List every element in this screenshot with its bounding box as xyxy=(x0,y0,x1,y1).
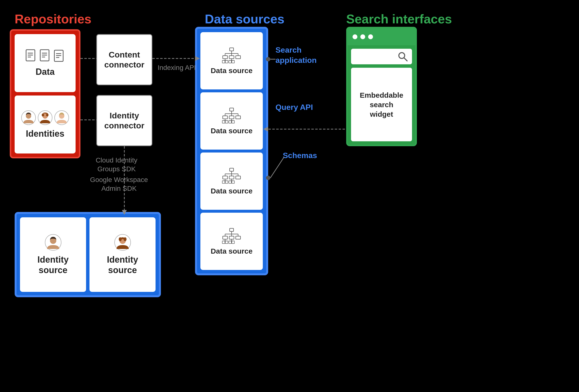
data-source-label-3: Data source xyxy=(211,187,253,195)
svg-rect-66 xyxy=(225,181,228,184)
diagram-container: Repositories Data sources Search interfa… xyxy=(0,0,579,392)
identity-connector-box: Identityconnector xyxy=(96,95,152,146)
doc-icon-2 xyxy=(39,49,51,63)
search-top-bar xyxy=(348,28,415,45)
identity-source-label-1: Identitysource xyxy=(37,254,69,275)
svg-rect-62 xyxy=(236,176,241,179)
window-dot-2 xyxy=(360,34,365,39)
svg-line-89 xyxy=(404,58,407,61)
svg-line-107 xyxy=(270,157,284,178)
content-connector-label: Contentconnector xyxy=(104,50,144,70)
identity-source-1: Identitysource xyxy=(20,217,86,292)
identity-icons xyxy=(21,110,69,125)
svg-rect-43 xyxy=(223,116,228,119)
svg-rect-54 xyxy=(230,168,233,171)
svg-rect-71 xyxy=(230,228,233,231)
svg-rect-45 xyxy=(236,116,241,119)
svg-rect-35 xyxy=(229,61,231,63)
svg-rect-53 xyxy=(232,121,234,123)
svg-rect-49 xyxy=(225,121,228,123)
tree-icon-2 xyxy=(222,107,241,124)
identity-source-avatar-2 xyxy=(114,234,131,251)
tree-icon-1 xyxy=(222,47,241,64)
svg-rect-52 xyxy=(229,121,231,123)
svg-rect-27 xyxy=(229,56,234,59)
svg-rect-69 xyxy=(229,181,231,184)
title-repositories: Repositories xyxy=(15,12,91,26)
svg-rect-20 xyxy=(230,48,233,51)
avatar-1 xyxy=(21,110,36,125)
doc-icon-3 xyxy=(53,49,65,63)
query-api-label: Query API xyxy=(276,102,314,113)
search-icon xyxy=(397,51,408,62)
data-source-label-4: Data source xyxy=(211,247,253,255)
svg-rect-37 xyxy=(230,108,233,111)
svg-point-17 xyxy=(46,114,49,117)
data-label: Data xyxy=(36,67,55,77)
identity-source-avatar-1 xyxy=(45,234,62,251)
data-source-label-1: Data source xyxy=(211,66,253,75)
svg-rect-32 xyxy=(225,61,228,63)
tree-icon-4 xyxy=(222,228,241,245)
svg-rect-86 xyxy=(229,241,231,244)
doc-icon-1 xyxy=(26,49,37,63)
data-source-1: Data source xyxy=(200,32,263,89)
svg-rect-36 xyxy=(232,61,234,63)
svg-rect-61 xyxy=(229,176,234,179)
svg-rect-65 xyxy=(222,181,225,184)
data-source-2: Data source xyxy=(200,92,263,150)
tree-icon-3 xyxy=(222,167,241,185)
search-interfaces-box: Embeddablesearchwidget xyxy=(346,27,417,146)
data-source-3: Data source xyxy=(200,152,263,210)
google-workspace-label: Google Workspace Admin SDK xyxy=(90,175,148,193)
schemas-label: Schemas xyxy=(283,151,322,161)
svg-rect-77 xyxy=(223,236,228,239)
svg-rect-82 xyxy=(222,241,225,244)
svg-rect-79 xyxy=(236,236,241,239)
data-icons xyxy=(26,49,65,63)
svg-rect-83 xyxy=(225,241,228,244)
svg-rect-48 xyxy=(222,121,225,123)
identity-sources-box: Identitysource Identitysource xyxy=(15,212,161,297)
svg-rect-44 xyxy=(229,116,234,119)
svg-rect-28 xyxy=(236,56,241,59)
content-connector-box: Contentconnector xyxy=(96,34,152,85)
svg-point-16 xyxy=(42,114,44,117)
svg-rect-26 xyxy=(223,56,228,59)
svg-rect-60 xyxy=(223,176,228,179)
cloud-identity-label: Cloud Identity Groups SDK xyxy=(90,156,143,174)
widget-label: Embeddablesearchwidget xyxy=(360,90,403,119)
search-bar[interactable] xyxy=(351,49,412,64)
data-sources-box: Data source xyxy=(195,27,268,275)
search-application-label: Search application xyxy=(276,45,324,65)
title-data-sources: Data sources xyxy=(205,12,285,26)
repositories-box: Data xyxy=(10,29,80,158)
identity-source-2: Identitysource xyxy=(89,217,155,292)
identities-label: Identities xyxy=(26,129,64,139)
svg-rect-70 xyxy=(232,181,234,184)
indexing-api-label: Indexing API xyxy=(157,63,196,72)
window-dot-1 xyxy=(353,34,358,39)
svg-rect-31 xyxy=(222,61,225,63)
svg-rect-78 xyxy=(229,236,234,239)
data-source-label-2: Data source xyxy=(211,127,253,135)
avatar-2 xyxy=(38,110,53,125)
identity-source-label-2: Identitysource xyxy=(107,254,138,275)
avatar-3 xyxy=(54,110,69,125)
identity-connector-label: Identityconnector xyxy=(104,111,144,131)
search-content: Embeddablesearchwidget xyxy=(348,45,415,145)
svg-rect-87 xyxy=(232,241,234,244)
data-source-4: Data source xyxy=(200,213,263,270)
identities-box: Identities xyxy=(15,95,75,153)
data-box: Data xyxy=(15,34,75,92)
title-search-interfaces: Search interfaces xyxy=(346,12,452,26)
embeddable-widget-box: Embeddablesearchwidget xyxy=(351,68,412,141)
window-dot-3 xyxy=(368,34,373,39)
